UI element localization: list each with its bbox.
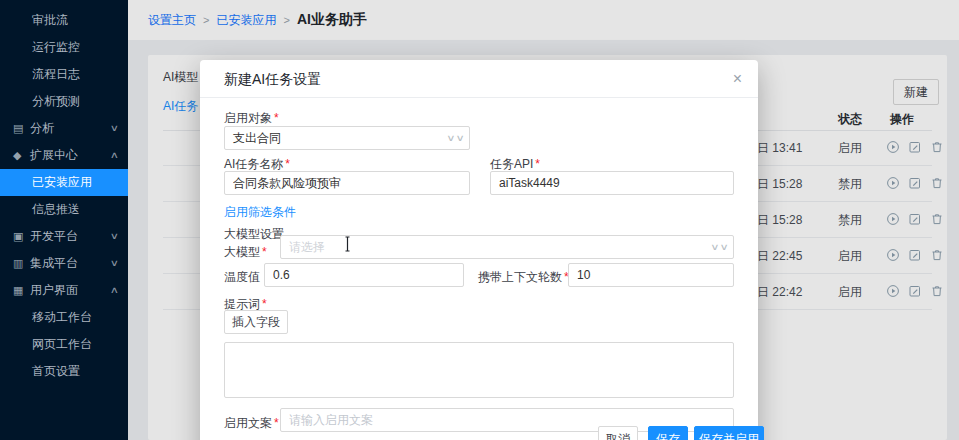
- chevron-down-icon: ∨: [710, 236, 728, 258]
- sidebar-item-process-log[interactable]: 流程日志: [0, 61, 128, 88]
- insert-field-button[interactable]: 插入字段: [224, 310, 288, 334]
- sidebar: 工作流 审批流 运行监控 流程日志 分析预测 分析 扩展中心 已安装应用 信息推…: [0, 0, 128, 440]
- sidebar-item-label: 流程日志: [32, 67, 80, 81]
- enable-filter-link[interactable]: 启用筛选条件: [224, 204, 296, 221]
- model-select-placeholder: 请选择: [289, 240, 325, 254]
- sidebar-item-run-monitor[interactable]: 运行监控: [0, 34, 128, 61]
- chevron-down-icon: [110, 250, 119, 277]
- chevron-up-icon: [110, 142, 119, 169]
- sidebar-item-label: 开发平台: [30, 229, 78, 243]
- sidebar-item-web-workbench[interactable]: 网页工作台: [0, 331, 128, 358]
- cancel-button[interactable]: 取消: [598, 426, 638, 440]
- sidebar-item-label: 用户界面: [30, 283, 78, 297]
- extension-icon: [13, 142, 21, 169]
- temperature-input[interactable]: [264, 263, 464, 287]
- context-rounds-input[interactable]: [568, 263, 734, 287]
- sidebar-item-label: 分析预测: [32, 94, 80, 108]
- sidebar-item-label: 扩展中心: [30, 148, 78, 162]
- sidebar-item-installed-apps[interactable]: 已安装应用: [0, 169, 128, 196]
- chevron-down-icon: ∨: [446, 127, 464, 149]
- modal-title: 新建AI任务设置: [224, 71, 321, 89]
- prompt-textarea[interactable]: [224, 342, 734, 398]
- sidebar-item-label: 信息推送: [32, 202, 80, 216]
- sidebar-group-integration-platform[interactable]: 集成平台: [0, 250, 128, 277]
- save-and-enable-button[interactable]: 保存并启用: [694, 426, 764, 440]
- ui-icon: [13, 277, 23, 304]
- sidebar-group-user-interface[interactable]: 用户界面: [0, 277, 128, 304]
- sidebar-item-label: 网页工作台: [32, 337, 92, 351]
- sidebar-item-label: 分析: [30, 121, 54, 135]
- modal-header: 新建AI任务设置 ×: [200, 60, 758, 98]
- text-cursor-icon: [343, 236, 352, 256]
- close-icon[interactable]: ×: [733, 69, 742, 89]
- chart-icon: [13, 115, 23, 142]
- dev-platform-icon: [13, 223, 23, 250]
- save-button[interactable]: 保存: [648, 426, 688, 440]
- sidebar-item-analysis-predict[interactable]: 分析预测: [0, 88, 128, 115]
- sidebar-group-extension-center[interactable]: 扩展中心: [0, 142, 128, 169]
- sidebar-item-approval-flow[interactable]: 审批流: [0, 7, 128, 34]
- context-rounds-label: 携带上下文轮数: [478, 269, 569, 286]
- target-object-label: 启用对象: [224, 110, 279, 127]
- sidebar-item-home-settings[interactable]: 首页设置: [0, 358, 128, 385]
- sidebar-item-mobile-workbench[interactable]: 移动工作台: [0, 304, 128, 331]
- target-object-select[interactable]: 支出合同 ∨: [224, 126, 470, 150]
- sidebar-menu: 工作流 审批流 运行监控 流程日志 分析预测 分析 扩展中心 已安装应用 信息推…: [0, 0, 128, 385]
- sidebar-item-label: 首页设置: [32, 364, 80, 378]
- sidebar-item-workflow[interactable]: 工作流: [0, 0, 128, 7]
- chevron-down-icon: [110, 115, 119, 142]
- chevron-down-icon: [110, 223, 119, 250]
- target-object-value: 支出合同: [233, 131, 281, 145]
- sidebar-item-label: 运行监控: [32, 40, 80, 54]
- chevron-up-icon: [110, 277, 119, 304]
- sidebar-item-message-push[interactable]: 信息推送: [0, 196, 128, 223]
- enable-copy-label: 启用文案: [224, 415, 279, 432]
- sidebar-item-label: 审批流: [32, 13, 68, 27]
- model-section-label: 大模型设置: [224, 226, 284, 243]
- task-name-input[interactable]: [224, 171, 470, 195]
- temperature-label: 温度值: [224, 269, 260, 286]
- sidebar-item-label: 集成平台: [30, 256, 78, 270]
- integration-icon: [13, 250, 23, 277]
- sidebar-item-label: 已安装应用: [32, 175, 92, 189]
- sidebar-group-analysis[interactable]: 分析: [0, 115, 128, 142]
- sidebar-group-dev-platform[interactable]: 开发平台: [0, 223, 128, 250]
- new-ai-task-modal: 新建AI任务设置 × 启用对象 支出合同 ∨ AI任务名称 任务API 启用筛选…: [200, 60, 758, 440]
- model-label: 大模型: [224, 244, 267, 261]
- task-api-input[interactable]: [490, 171, 734, 195]
- sidebar-item-label: 移动工作台: [32, 310, 92, 324]
